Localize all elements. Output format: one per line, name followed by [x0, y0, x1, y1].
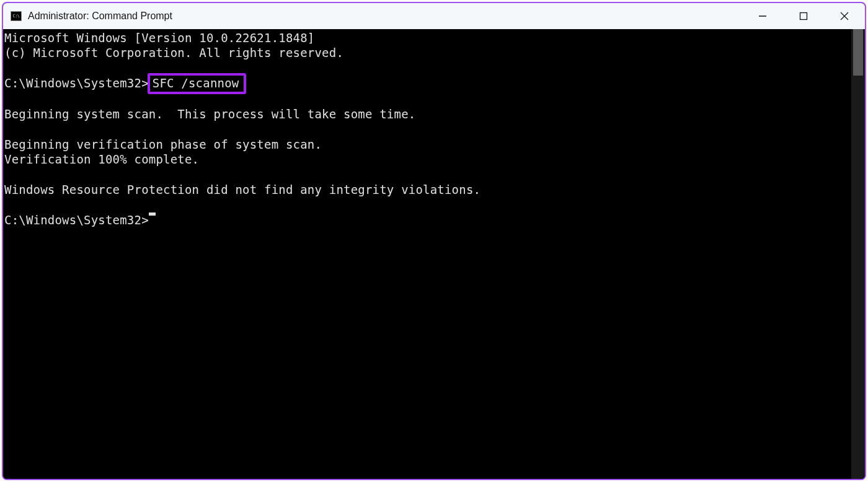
scrollbar-thumb[interactable] — [853, 29, 863, 76]
output-line — [4, 92, 851, 107]
minimize-button[interactable] — [742, 3, 783, 29]
titlebar[interactable]: C:\ Administrator: Command Prompt — [3, 3, 865, 29]
output-line: (c) Microsoft Corporation. All rights re… — [4, 45, 851, 60]
prompt-path: C:\Windows\System32> — [4, 213, 149, 227]
prompt-path: C:\Windows\System32> — [4, 76, 149, 90]
window-title: Administrator: Command Prompt — [28, 11, 172, 22]
output-line — [4, 197, 851, 212]
output-line: Beginning verification phase of system s… — [4, 137, 851, 152]
output-line — [4, 167, 851, 182]
minimize-icon — [758, 12, 767, 20]
cmd-icon: C:\ — [11, 11, 22, 21]
maximize-button[interactable] — [783, 3, 824, 29]
prompt-line: C:\Windows\System32> — [4, 213, 851, 227]
output-line: Microsoft Windows [Version 10.0.22621.18… — [4, 30, 851, 45]
scrollbar[interactable] — [851, 29, 865, 479]
terminal-output[interactable]: Microsoft Windows [Version 10.0.22621.18… — [3, 29, 851, 479]
output-line — [4, 122, 851, 137]
output-line — [4, 61, 851, 76]
command-text: SFC /scannow — [153, 76, 239, 90]
maximize-icon — [799, 12, 808, 20]
output-line: Beginning system scan. This process will… — [4, 107, 851, 121]
close-icon — [840, 12, 849, 20]
close-button[interactable] — [824, 3, 865, 29]
svg-rect-1 — [800, 13, 807, 20]
window-controls — [742, 3, 865, 29]
cmd-icon-text: C:\ — [12, 14, 19, 19]
command-prompt-window: C:\ Administrator: Command Prompt Micros… — [2, 2, 866, 480]
output-line: Windows Resource Protection did not find… — [4, 182, 851, 197]
cursor — [149, 213, 156, 216]
output-line: Verification 100% complete. — [4, 152, 851, 167]
content-area: Microsoft Windows [Version 10.0.22621.18… — [3, 29, 865, 479]
command-highlight: SFC /scannow — [148, 73, 247, 94]
prompt-line: C:\Windows\System32>SFC /scannow — [4, 76, 851, 92]
